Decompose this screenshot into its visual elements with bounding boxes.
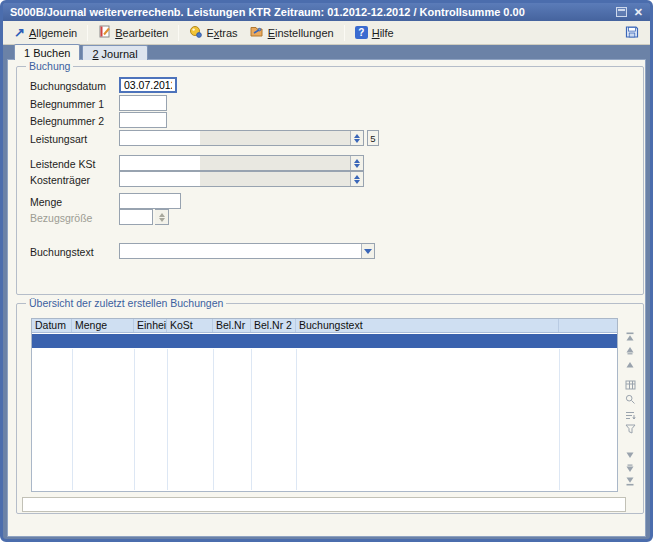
save-button[interactable]	[620, 23, 644, 43]
leistungsart-combo-edit[interactable]	[120, 131, 200, 145]
column-header-blank[interactable]	[559, 319, 617, 332]
column-divider	[296, 349, 297, 490]
toolbar-separator	[178, 25, 179, 41]
menge-label: Menge	[30, 196, 62, 208]
buchungstext-label: Buchungstext	[30, 246, 94, 258]
spin-down-icon	[354, 139, 360, 143]
column-header-belnr[interactable]: Bel.Nr	[213, 319, 251, 332]
kostentraeger-combo-edit[interactable]	[120, 172, 200, 186]
restore-icon[interactable]	[616, 7, 627, 17]
spin-down-icon	[354, 164, 360, 168]
leistungsart-counter: 5	[367, 130, 379, 146]
tab-journal-label: Journal	[102, 48, 138, 60]
column-header-kost[interactable]: KoSt	[167, 319, 213, 332]
column-header-belnr2[interactable]: Bel.Nr 2	[251, 319, 296, 332]
title-bar[interactable]: S000B/Journal weiterverrechenb. Leistung…	[3, 3, 650, 21]
close-icon[interactable]: ✕	[634, 7, 643, 18]
row-down-icon[interactable]	[623, 449, 637, 461]
leistende-kst-spinner-button[interactable]	[350, 156, 363, 170]
toolbar: ↗ Allgemein Bearbeiten Extras Einstellun…	[3, 21, 650, 45]
spin-up-icon	[354, 175, 360, 179]
belegnummer2-label: Belegnummer 2	[30, 115, 104, 127]
menge-input[interactable]	[119, 193, 181, 209]
column-divider	[72, 349, 73, 490]
kostentraeger-spinner-button[interactable]	[350, 172, 363, 186]
column-divider	[167, 349, 168, 490]
tab-page-buchen: Buchung Buchungsdatum Belegnummer 1 Bele…	[7, 59, 646, 537]
page-down-icon[interactable]	[623, 462, 637, 474]
filter-icon[interactable]	[623, 423, 637, 435]
app-window: S000B/Journal weiterverrechenb. Leistung…	[0, 0, 653, 542]
table-header: Datum Menge Einheit KoSt Bel.Nr Bel.Nr 2…	[32, 319, 617, 333]
arrow-up-right-icon: ↗	[14, 26, 25, 39]
extras-bulb-icon	[189, 25, 202, 40]
selected-row[interactable]	[32, 334, 617, 348]
first-row-icon[interactable]	[623, 331, 637, 343]
grid-view-icon[interactable]	[623, 379, 637, 391]
spin-up-icon	[159, 213, 165, 217]
belegnummer2-input[interactable]	[119, 112, 167, 128]
menu-hilfe[interactable]: ? Hilfe	[350, 24, 399, 41]
column-divider	[213, 349, 214, 490]
window-title: S000B/Journal weiterverrechenb. Leistung…	[10, 6, 616, 18]
settings-folder-icon	[250, 25, 264, 40]
spin-up-icon	[354, 134, 360, 138]
tab-journal[interactable]: 2 Journal	[82, 45, 147, 60]
edit-notepad-icon	[98, 25, 111, 40]
column-divider	[559, 349, 560, 490]
column-header-einheit[interactable]: Einheit	[134, 319, 167, 332]
leistungsart-combo[interactable]	[119, 130, 364, 146]
leistende-kst-label: Leistende KSt	[30, 158, 95, 170]
grid-footer-bar	[22, 497, 626, 512]
menu-allgemein-label: Allgemein	[29, 27, 77, 39]
bezugsgroesse-input	[119, 209, 153, 225]
leistende-kst-combo-edit[interactable]	[120, 156, 200, 170]
menu-bearbeiten[interactable]: Bearbeiten	[93, 23, 173, 42]
leistende-kst-combo[interactable]	[119, 155, 364, 171]
chevron-down-icon	[364, 249, 372, 254]
spin-down-icon	[354, 180, 360, 184]
kostentraeger-label: Kostenträger	[30, 174, 90, 186]
search-icon[interactable]	[623, 393, 637, 405]
spin-down-icon	[159, 218, 165, 222]
row-up-icon[interactable]	[623, 359, 637, 371]
menu-hilfe-label: Hilfe	[372, 27, 394, 39]
last-row-icon[interactable]	[623, 475, 637, 487]
leistungsart-label: Leistungsart	[30, 133, 87, 145]
belegnummer1-input[interactable]	[119, 95, 167, 111]
menu-extras-label: Extras	[206, 27, 237, 39]
bezugsgroesse-spinner-button	[155, 210, 168, 224]
table-body[interactable]	[32, 333, 617, 491]
column-header-menge[interactable]: Menge	[72, 319, 134, 332]
column-header-buchungstext[interactable]: Buchungstext	[296, 319, 559, 332]
buchungstext-combo[interactable]	[119, 243, 375, 259]
column-divider	[251, 349, 252, 490]
toolbar-separator	[344, 25, 345, 41]
menu-einstellungen-label: Einstellungen	[268, 27, 334, 39]
tab-journal-number: 2	[92, 48, 98, 60]
buchungsdatum-input[interactable]	[119, 77, 177, 93]
menu-bearbeiten-label: Bearbeiten	[115, 27, 168, 39]
bezugsgroesse-label: Bezugsgröße	[30, 212, 92, 224]
column-divider	[134, 349, 135, 490]
menu-einstellungen[interactable]: Einstellungen	[245, 23, 339, 42]
sort-icon[interactable]	[623, 409, 637, 421]
save-floppy-icon	[625, 25, 639, 41]
menu-extras[interactable]: Extras	[184, 23, 242, 42]
buchungstext-dropdown-button[interactable]	[361, 244, 374, 258]
kostentraeger-combo[interactable]	[119, 171, 364, 187]
menu-allgemein[interactable]: ↗ Allgemein	[9, 24, 82, 41]
restore-box-glyph	[616, 7, 627, 17]
bookings-table: Datum Menge Einheit KoSt Bel.Nr Bel.Nr 2…	[31, 318, 618, 492]
window-controls: ✕	[616, 7, 643, 18]
buchungsdatum-label: Buchungsdatum	[30, 80, 106, 92]
spin-up-icon	[354, 159, 360, 163]
tab-buchen[interactable]: 1 Buchen	[14, 44, 80, 60]
leistungsart-spinner-button[interactable]	[350, 131, 363, 145]
bezugsgroesse-spinner	[155, 209, 169, 225]
page-up-icon[interactable]	[623, 344, 637, 356]
tab-bar: 1 Buchen 2 Journal	[14, 44, 150, 60]
column-header-datum[interactable]: Datum	[32, 319, 72, 332]
belegnummer1-label: Belegnummer 1	[30, 98, 104, 110]
buchung-group-title: Buchung	[26, 60, 73, 72]
